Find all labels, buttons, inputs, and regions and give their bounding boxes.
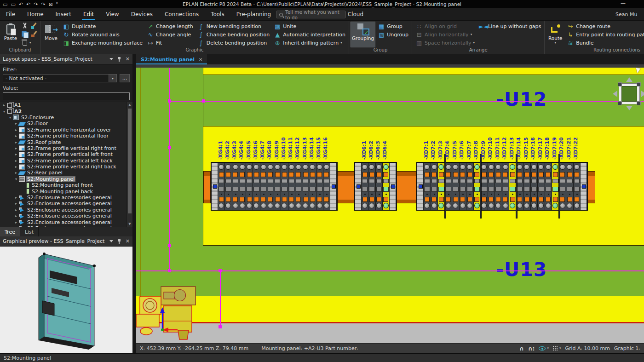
terminal-block-xg43[interactable] [232,163,239,210]
resize-handle[interactable] [618,101,622,105]
terminal-block-xd712[interactable] [502,163,510,210]
duplicate-button[interactable]: ◧Duplicate [61,22,144,30]
pin-icon[interactable] [117,239,121,244]
terminal-block-xd64[interactable] [383,163,390,210]
expander-icon[interactable]: ▸ [14,220,18,224]
resize-handle[interactable] [637,82,641,86]
bundle-button[interactable]: ≋Bundle [565,39,644,47]
user-account[interactable]: Sean Mu [615,8,644,21]
terminal-block-xd722[interactable] [574,163,581,210]
terminal-block-xg44[interactable] [239,163,246,210]
unite-button[interactable]: ▩Unite [272,22,347,30]
terminal-strip-xg4[interactable] [211,162,338,211]
expander-icon[interactable]: ▸ [14,208,18,212]
menu-tab-tools[interactable]: Tools [205,8,230,20]
fit-button[interactable]: ↦Fit [145,39,195,47]
panel-menu-icon[interactable] [109,240,113,242]
resize-handle[interactable] [618,82,622,86]
terminal-block-xd718[interactable] [545,163,552,210]
terminal-block-xg411[interactable] [288,163,295,210]
construction-node[interactable] [218,269,222,272]
inherit-drilling-pattern-button[interactable]: ⊕Inherit drilling pattern▾ [272,39,347,47]
expander-icon[interactable]: ▸ [14,128,18,132]
construction-line-horizontal-2[interactable] [136,270,644,271]
terminal-block-xd720[interactable] [559,163,567,210]
selection-handle-box[interactable] [619,83,640,104]
tree-scrollbar[interactable]: ▲▼ [126,102,132,227]
terminal-block-xg41[interactable] [218,163,225,210]
dock-splitter[interactable] [132,54,136,353]
grid-icon[interactable] [553,346,558,351]
expander-icon[interactable]: ▸ [2,103,6,107]
tree-item-s2-enclosure-accessories-general[interactable]: ▸S2:Enclosure accessories general [0,225,132,227]
construction-node[interactable] [202,99,205,103]
tree-item-s2-frame-profile-vertical-right-front[interactable]: ▸S2:Frame profile vertical right front [0,145,132,151]
line-up-without-gaps-button[interactable]: ►◄Line up without gaps [477,22,543,30]
tab-s2-mounting-panel[interactable]: S2:Mounting panel ✕ [136,54,207,64]
terminal-block-xg412[interactable] [295,163,302,210]
terminal-block-xd79[interactable] [481,163,488,210]
construction-node[interactable] [218,325,222,328]
quick-access-toolbar[interactable]: ▭▭↶↶↷↷⊠▾ [0,1,58,7]
cut-button[interactable] [22,23,28,30]
resize-handle[interactable] [637,101,641,105]
menu-tab-view[interactable]: View [100,8,125,20]
expander-icon[interactable]: ▸ [14,159,18,163]
change-route-button[interactable]: ↪Change route [565,22,644,30]
expander-icon[interactable]: ▸ [14,146,18,150]
filter-dropdown[interactable]: - Not activated - ▾ [3,74,117,82]
menu-tab-pre-planning[interactable]: Pre-planning [230,8,277,20]
terminal-block-xg49[interactable] [274,163,281,210]
construction-node[interactable] [168,244,171,247]
terminal-block-xd711[interactable] [495,163,502,210]
terminal-block-xg47[interactable] [260,163,267,210]
snap-grid-icon[interactable]: ∩: [528,345,535,352]
move-left-arrow-icon[interactable] [613,91,617,97]
menu-tab-edit[interactable]: Edit [77,8,100,20]
graphical-preview[interactable] [0,247,132,353]
delete-bending-position-button[interactable]: ∫Delete bending position [196,39,271,47]
menu-tab-file[interactable]: File [0,8,21,20]
grouping-button[interactable]: ✓Grouping [351,22,375,47]
rotate-around-axis-button[interactable]: ↻Rotate around axis [61,30,144,39]
tree-item-s2-enclosure-accessories-general[interactable]: ▸S2:Enclosure accessories general [0,195,132,201]
tree-item-s2-enclosure[interactable]: ▾S2:Enclosure [0,115,132,121]
expander-icon[interactable]: ▸ [14,134,18,138]
expander-icon[interactable]: ▾ [2,109,6,114]
tree-item-s2-frame-profile-horizontal-floor[interactable]: ▸S2:Frame profile horizontal floor [0,133,132,139]
tab-list[interactable]: List [20,227,39,236]
group-button[interactable]: ▦Group [376,22,410,30]
copy-format-button[interactable] [31,31,37,39]
chevron-down-icon[interactable]: ▾ [547,347,549,350]
snap-icon[interactable]: ∩ [519,345,524,352]
construction-node[interactable] [168,146,171,149]
chevron-down-icon[interactable]: ▾ [109,75,116,82]
terminal-block-xd74[interactable] [445,163,453,210]
automatic-interpretation-button[interactable]: ▲Automatic interpretation [272,30,347,39]
route-button[interactable]: Route▾ [546,22,564,47]
construction-line-horizontal-1[interactable] [169,101,644,102]
terminal-block-xd75[interactable] [452,163,460,210]
terminal-block-xd72[interactable] [431,163,438,210]
construction-line-vertical-2[interactable] [220,270,221,327]
expander-icon[interactable]: ▸ [14,165,18,169]
menu-tab-home[interactable]: Home [21,8,49,20]
terminal-block-xd717[interactable] [538,163,545,210]
filter-more-button[interactable]: ... [120,74,130,82]
paste-button[interactable]: Paste [1,22,20,47]
terminal-block-xg48[interactable] [267,163,274,210]
tree-item-s2-floor[interactable]: ▸S2:Floor [0,121,132,126]
terminal-block-xd71[interactable] [424,163,431,210]
change-angle-button[interactable]: ∿Change angle [145,30,195,39]
tree-item-s2-mounting-panel[interactable]: ▾S2:Mounting panel [0,176,132,182]
terminal-strip-xd7[interactable] [416,162,588,211]
scroll-down-icon[interactable]: ▼ [127,221,132,227]
terminal-block-xg410[interactable] [281,163,288,210]
tree-item-s2-rear-panel[interactable]: ▸S2:Rear panel [0,170,132,176]
expander-icon[interactable]: ▸ [14,195,18,200]
delete-button[interactable] [22,39,27,47]
tree-item-s2-enclosure-accessories-general[interactable]: ▸S2:Enclosure accessories general [0,213,132,219]
scrollbar-thumb[interactable] [128,109,132,213]
tree-item-s2-enclosure-accessories-general[interactable]: ▸S2:Enclosure accessories general [0,201,132,207]
cancel-fit-icon[interactable]: ⊠ [49,1,53,7]
